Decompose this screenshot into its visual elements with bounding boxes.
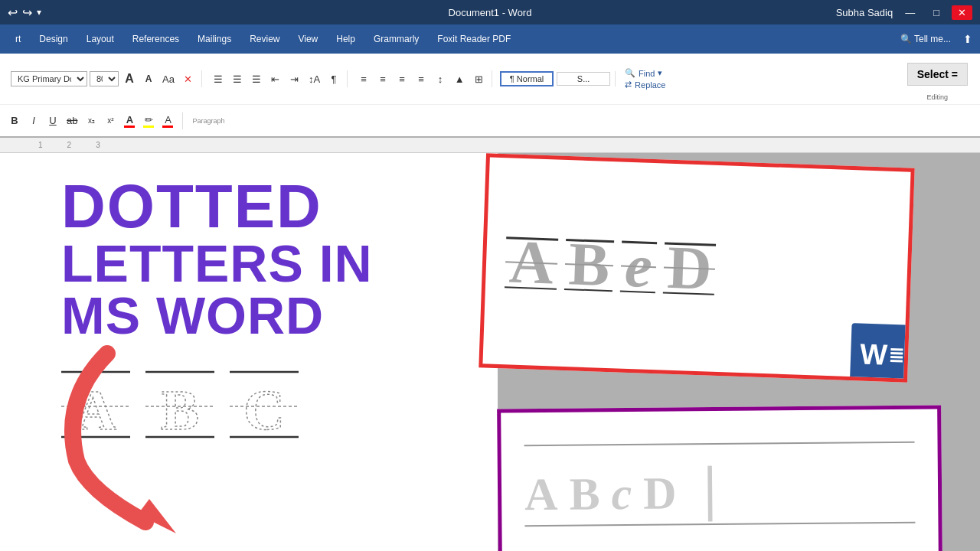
- select-equals-btn[interactable]: Select =: [907, 63, 968, 86]
- menu-item-foxit[interactable]: Foxit Reader PDF: [430, 31, 518, 47]
- close-btn[interactable]: ✕: [952, 5, 972, 20]
- search-icon: 🔍: [625, 68, 635, 78]
- text-format-group: B I U ab x₂ x² A ✏ A: [6, 112, 183, 129]
- letter-a-display: A: [508, 230, 555, 293]
- username: Subha Sadiq: [836, 7, 893, 18]
- bold-btn[interactable]: B: [6, 112, 23, 129]
- spacing-btn[interactable]: ↕: [432, 70, 449, 87]
- find-label: Find: [639, 69, 655, 78]
- menu-item-design[interactable]: Design: [31, 31, 75, 47]
- ruler: 1 2 3: [0, 138, 980, 153]
- align-center-btn[interactable]: ≡: [374, 70, 391, 87]
- ruler-mark-2: 2: [67, 141, 72, 149]
- purple-letter-c: c: [611, 471, 632, 517]
- word-letter: W: [860, 337, 888, 371]
- purple-letter-e: |: [703, 460, 717, 515]
- ruler-mark-1: 1: [38, 141, 43, 149]
- style-normal[interactable]: ¶ Normal: [500, 71, 554, 86]
- menu-item-review[interactable]: Review: [242, 31, 287, 47]
- arrow-svg: [31, 338, 306, 537]
- purple-letter-d: D: [643, 470, 677, 516]
- sort-btn[interactable]: ↕A: [305, 70, 323, 87]
- menu-bar: rt Design Layout References Mailings Rev…: [0, 24, 980, 54]
- red-card-letters: A B e: [485, 214, 909, 321]
- menu-item-rt[interactable]: rt: [8, 31, 28, 47]
- font-name-select[interactable]: KG Primary Do: [11, 71, 87, 86]
- menu-item-grammarly[interactable]: Grammarly: [366, 31, 426, 47]
- styles-group: ¶ Normal S...: [495, 71, 616, 86]
- pin-icon[interactable]: ▾: [37, 7, 41, 18]
- show-marks-btn[interactable]: ¶: [325, 70, 342, 87]
- user-area: Subha Sadiq — □ ✕: [836, 5, 972, 20]
- share-icon[interactable]: ⬆: [963, 33, 972, 45]
- right-document-preview: A B e: [475, 138, 980, 551]
- align-justify-btn[interactable]: ≡: [413, 70, 430, 87]
- superscript-btn[interactable]: x²: [102, 112, 119, 129]
- document-area: 1 2 3 DOTTED LETTERS IN MS WORD A: [0, 138, 980, 551]
- undo-icon[interactable]: ↩: [8, 5, 18, 20]
- replace-btn[interactable]: ⇄ Replace: [625, 80, 665, 90]
- shading-color-icon: A: [165, 114, 172, 126]
- title-bar: ↩ ↪ ▾ Document1 - Word Subha Sadiq — □ ✕: [0, 0, 980, 24]
- minimize-btn[interactable]: —: [899, 5, 921, 20]
- word-lines-icon: [890, 348, 903, 363]
- menu-item-help[interactable]: Help: [328, 31, 363, 47]
- replace-icon: ⇄: [625, 80, 632, 90]
- italic-btn[interactable]: I: [25, 112, 42, 129]
- purple-letter-b: B: [569, 471, 600, 517]
- ruler-mark-3: 3: [96, 141, 100, 149]
- word-icon-inner: W: [860, 337, 903, 372]
- paragraph-label: Paragraph: [192, 117, 224, 125]
- purple-letter-a: A: [524, 471, 558, 517]
- font-color-btn[interactable]: A: [121, 112, 138, 129]
- increase-indent-btn[interactable]: ⇥: [286, 70, 303, 87]
- subscript-btn[interactable]: x₂: [83, 112, 100, 129]
- case-btn[interactable]: Aa: [159, 70, 178, 87]
- style-2-label: S...: [577, 74, 590, 83]
- find-btn[interactable]: 🔍 Find ▾: [625, 68, 665, 78]
- undo-area: ↩ ↪ ▾: [8, 5, 41, 20]
- font-size-select[interactable]: 80: [90, 71, 119, 86]
- multilevel-list-btn[interactable]: ☰: [248, 70, 265, 87]
- style-normal-label: ¶ Normal: [510, 74, 544, 83]
- left-content: DOTTED LETTERS IN MS WORD A B: [0, 153, 498, 551]
- shading-btn[interactable]: ▲: [451, 70, 468, 87]
- highlight-icon: ✏: [145, 114, 153, 126]
- find-dropdown-icon[interactable]: ▾: [658, 68, 662, 78]
- border-btn[interactable]: ⊞: [470, 70, 487, 87]
- shrink-font-btn[interactable]: A: [140, 70, 157, 87]
- redo-icon[interactable]: ↪: [22, 5, 32, 20]
- purple-letters: A B c D |: [524, 458, 916, 517]
- maximize-btn[interactable]: □: [927, 5, 946, 20]
- strikethrough-btn[interactable]: ab: [64, 112, 80, 129]
- bullet-list-btn[interactable]: ☰: [210, 70, 227, 87]
- tell-me-icon[interactable]: 🔍 Tell me...: [900, 34, 951, 44]
- letter-d-display: D: [666, 236, 713, 299]
- purple-line-2: [524, 521, 915, 526]
- grow-font-btn[interactable]: A: [121, 70, 138, 87]
- menu-item-view[interactable]: View: [290, 31, 325, 47]
- number-list-btn[interactable]: ☰: [229, 70, 246, 87]
- underline-btn[interactable]: U: [44, 112, 61, 129]
- purple-card-content: A B c D |: [501, 433, 938, 534]
- highlight-btn[interactable]: ✏: [140, 112, 157, 129]
- purple-line-1: [524, 441, 915, 445]
- menu-item-layout[interactable]: Layout: [79, 31, 122, 47]
- tutorial-title: DOTTED LETTERS IN MS WORD: [0, 153, 498, 341]
- find-group: 🔍 Find ▾ ⇄ Replace: [619, 68, 671, 90]
- tutorial-line3: MS WORD: [61, 289, 482, 341]
- select-area: Select = Editing: [901, 57, 974, 101]
- menu-item-references[interactable]: References: [125, 31, 187, 47]
- style-2[interactable]: S...: [557, 72, 610, 86]
- replace-label: Replace: [635, 80, 665, 90]
- menu-item-mailings[interactable]: Mailings: [190, 31, 239, 47]
- align-left-btn[interactable]: ≡: [355, 70, 372, 87]
- shading-color-btn[interactable]: A: [159, 112, 176, 129]
- clear-format-btn[interactable]: ✕: [180, 70, 197, 87]
- red-card: A B e: [479, 153, 914, 382]
- select-label: Editing: [927, 93, 949, 101]
- word-icon: W: [850, 323, 913, 383]
- decrease-indent-btn[interactable]: ⇤: [267, 70, 284, 87]
- align-right-btn[interactable]: ≡: [394, 70, 410, 87]
- main-content: 1 2 3 DOTTED LETTERS IN MS WORD A: [0, 138, 980, 551]
